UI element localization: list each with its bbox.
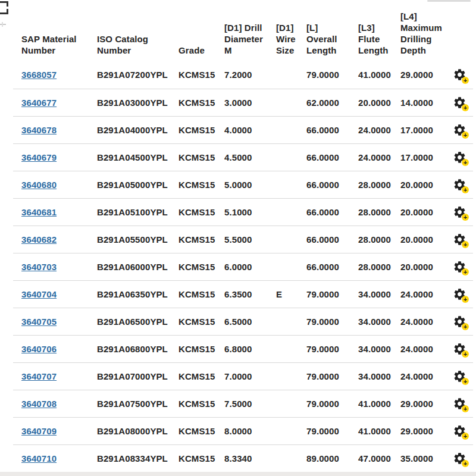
- configure-add-gear-button[interactable]: +: [453, 341, 468, 356]
- wire-size-cell: [268, 116, 298, 143]
- flute-length-cell: 28.0000: [350, 171, 392, 198]
- plus-badge-icon: +: [462, 241, 469, 248]
- sap-material-link[interactable]: 3640704: [21, 289, 57, 299]
- wire-size-cell: [268, 308, 298, 335]
- actions-cell: +: [441, 253, 473, 280]
- drill-diameter-cell: 6.8000: [216, 335, 268, 362]
- sap-material-link[interactable]: 3640680: [21, 180, 57, 190]
- sap-material-cell: 3640703: [13, 253, 89, 280]
- wire-size-cell: [268, 226, 298, 253]
- configure-add-gear-button[interactable]: +: [453, 67, 468, 83]
- flute-length-cell: 34.0000: [350, 280, 392, 308]
- iso-catalog-cell: B291A03000YPL: [89, 89, 170, 116]
- sap-material-link[interactable]: 3640708: [21, 399, 57, 409]
- wire-size-cell: [268, 143, 298, 171]
- table-row: 3640703 B291A06000YPL KCMS15 6.0000 66.0…: [13, 253, 473, 280]
- sap-material-link[interactable]: 3640703: [21, 262, 57, 272]
- sap-material-cell: 3640680: [13, 171, 89, 198]
- sap-material-link[interactable]: 3640679: [21, 152, 57, 162]
- flute-length-cell: 20.0000: [350, 89, 392, 116]
- sap-material-cell: 3640682: [13, 226, 89, 253]
- col-header-flute-length: [L3] Flute Length: [350, 0, 392, 61]
- grade-cell: KCMS15: [170, 417, 216, 444]
- max-drilling-depth-cell: 17.0000: [392, 143, 441, 171]
- sap-material-cell: 3640707: [13, 362, 89, 390]
- max-drilling-depth-cell: 20.0000: [392, 171, 441, 198]
- sap-material-link[interactable]: 3640677: [21, 98, 57, 108]
- sap-material-link[interactable]: 3640706: [21, 344, 57, 354]
- sap-material-cell: 3668057: [13, 61, 89, 89]
- table-row: 3640708 B291A07500YPL KCMS15 7.5000 79.0…: [13, 390, 473, 417]
- table-row: 3640707 B291A07000YPL KCMS15 7.0000 79.0…: [13, 362, 473, 390]
- configure-add-gear-button[interactable]: +: [453, 95, 468, 110]
- sap-material-link[interactable]: 3640707: [21, 371, 57, 381]
- sap-material-link[interactable]: 3640709: [21, 426, 57, 436]
- configure-add-gear-button[interactable]: +: [453, 149, 468, 165]
- configure-add-gear-button[interactable]: +: [453, 314, 468, 329]
- flute-length-cell: 28.0000: [350, 198, 392, 226]
- table-row: 3640677 B291A03000YPL KCMS15 3.0000 62.0…: [13, 89, 473, 116]
- table-row: 3640682 B291A05500YPL KCMS15 5.5000 66.0…: [13, 226, 473, 253]
- iso-catalog-cell: B291A04000YPL: [89, 116, 170, 143]
- max-drilling-depth-cell: 35.0000: [392, 444, 441, 472]
- configure-add-gear-button[interactable]: +: [453, 396, 468, 411]
- overall-length-cell: 89.0000: [298, 444, 350, 472]
- flute-length-cell: 24.0000: [350, 143, 392, 171]
- actions-cell: +: [441, 444, 473, 472]
- overall-length-cell: 66.0000: [298, 226, 350, 253]
- actions-cell: +: [441, 198, 473, 226]
- configure-add-gear-button[interactable]: +: [453, 423, 468, 439]
- overall-length-cell: 79.0000: [298, 417, 350, 444]
- configure-add-gear-button[interactable]: +: [453, 122, 468, 137]
- actions-cell: +: [441, 308, 473, 335]
- max-drilling-depth-cell: 20.0000: [392, 226, 441, 253]
- wire-size-cell: [268, 171, 298, 198]
- wire-size-cell: [268, 335, 298, 362]
- drill-diameter-cell: 4.5000: [216, 143, 268, 171]
- configure-add-gear-button[interactable]: +: [453, 177, 468, 192]
- drill-diameter-cell: 7.2000: [216, 61, 268, 89]
- sap-material-link[interactable]: 3640682: [21, 234, 57, 245]
- grade-cell: KCMS15: [170, 390, 216, 417]
- overall-length-cell: 66.0000: [298, 171, 350, 198]
- table-row: 3640709 B291A08000YPL KCMS15 8.0000 79.0…: [13, 417, 473, 444]
- expand-icon-partial[interactable]: [0, 0, 12, 30]
- sap-material-cell: 3640679: [13, 143, 89, 171]
- overall-length-cell: 66.0000: [298, 116, 350, 143]
- wire-size-cell: [268, 444, 298, 472]
- col-header-drill-diameter: [D1] Drill Diameter M: [216, 0, 268, 61]
- sap-material-cell: 3640677: [13, 89, 89, 116]
- overall-length-cell: 66.0000: [298, 253, 350, 280]
- iso-catalog-cell: B291A08334YPL: [89, 444, 170, 472]
- iso-catalog-cell: B291A06000YPL: [89, 253, 170, 280]
- wire-size-cell: [268, 198, 298, 226]
- sap-material-link[interactable]: 3640710: [21, 453, 57, 464]
- plus-badge-icon: +: [462, 77, 469, 84]
- sap-material-cell: 3640706: [13, 335, 89, 362]
- sap-material-link[interactable]: 3640681: [21, 207, 57, 217]
- configure-add-gear-button[interactable]: +: [453, 204, 468, 220]
- overall-length-cell: 66.0000: [298, 198, 350, 226]
- configure-add-gear-button[interactable]: +: [453, 259, 468, 274]
- wire-size-cell: [268, 362, 298, 390]
- iso-catalog-cell: B291A07500YPL: [89, 390, 170, 417]
- overall-length-cell: 79.0000: [298, 362, 350, 390]
- sap-material-link[interactable]: 3640705: [21, 317, 57, 327]
- configure-add-gear-button[interactable]: +: [453, 368, 468, 384]
- plus-badge-icon: +: [462, 323, 469, 330]
- crosshair-icon-partial: [0, 24, 6, 25]
- grade-cell: KCMS15: [170, 444, 216, 472]
- configure-add-gear-button[interactable]: +: [453, 286, 468, 302]
- col-header-overall-length: [L] Overall Length: [298, 0, 350, 61]
- drill-diameter-cell: 6.3500: [216, 280, 268, 308]
- flute-length-cell: 41.0000: [350, 417, 392, 444]
- sap-material-link[interactable]: 3640678: [21, 125, 57, 135]
- max-drilling-depth-cell: 29.0000: [392, 61, 441, 89]
- iso-catalog-cell: B291A04500YPL: [89, 143, 170, 171]
- configure-add-gear-button[interactable]: +: [453, 231, 468, 247]
- expand-corner-bottom-icon: [0, 9, 8, 14]
- sap-material-link[interactable]: 3668057: [21, 70, 57, 80]
- overall-length-cell: 79.0000: [298, 390, 350, 417]
- actions-cell: +: [441, 116, 473, 143]
- configure-add-gear-button[interactable]: +: [453, 450, 468, 466]
